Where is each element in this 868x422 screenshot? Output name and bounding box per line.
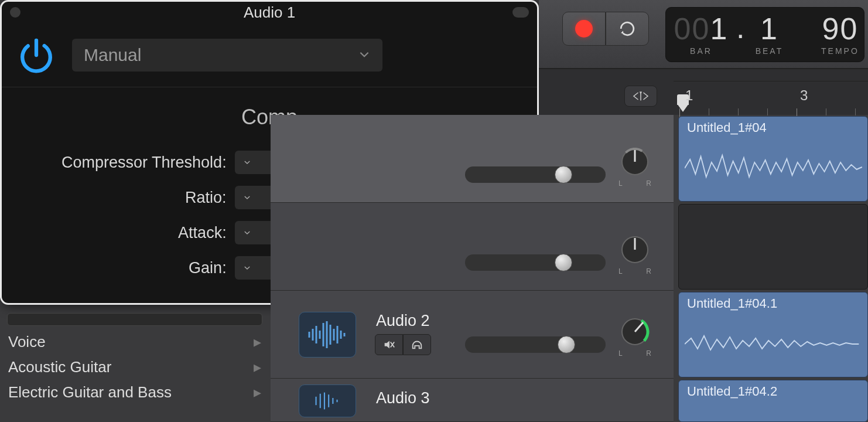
region-waveform <box>685 321 867 367</box>
param-label: Ratio: <box>18 189 235 207</box>
waveform-icon <box>306 320 349 349</box>
pan-l-label: L <box>618 349 623 358</box>
bar-value[interactable]: 1 <box>710 12 728 46</box>
stepper-down-button[interactable] <box>235 221 259 244</box>
track-name[interactable]: Audio 2 <box>376 312 430 330</box>
tempo-label: TEMPO <box>814 46 866 56</box>
track-headers: LR LR Audio 2 <box>271 115 674 422</box>
browser-item-electric-guitar[interactable]: Electric Guitar and Bass ▸ <box>0 380 269 405</box>
chevron-right-icon: ▸ <box>254 333 261 351</box>
bar-label: BAR <box>666 46 736 56</box>
stepper-down-button[interactable] <box>235 186 259 209</box>
stepper-down-button[interactable] <box>235 151 259 174</box>
tempo-value[interactable]: 90 <box>814 13 866 44</box>
track-header-2[interactable]: LR <box>271 203 674 291</box>
pan-l-label: L <box>618 267 623 275</box>
plugin-toolbar: Manual <box>2 23 537 87</box>
param-label: Compressor Threshold: <box>18 154 235 172</box>
track-header-1[interactable]: LR <box>271 115 674 203</box>
transport-buttons <box>562 12 649 46</box>
headphones-icon <box>411 338 423 351</box>
beat-value[interactable]: 1 <box>746 13 792 44</box>
playhead[interactable] <box>677 104 689 112</box>
beat-label: BEAT <box>746 46 792 56</box>
mute-icon <box>382 338 395 351</box>
pan-knob[interactable] <box>618 315 651 348</box>
preset-dropdown[interactable]: Manual <box>72 39 382 72</box>
region-name: Untitled_1#04 <box>679 117 867 139</box>
volume-slider[interactable] <box>465 254 606 271</box>
track-icon[interactable] <box>299 312 356 358</box>
window-pill[interactable] <box>512 7 529 18</box>
pan-knob[interactable] <box>618 145 651 178</box>
catch-playhead-button[interactable] <box>624 86 657 107</box>
mute-button[interactable] <box>375 334 403 355</box>
record-icon <box>575 20 593 38</box>
param-label: Attack: <box>18 224 235 242</box>
empty-region-slot[interactable] <box>678 204 868 290</box>
ruler-mark-3: 3 <box>800 87 808 104</box>
volume-thumb[interactable] <box>555 254 572 271</box>
plugin-title: Audio 1 <box>244 4 295 22</box>
browser-item-voice[interactable]: Voice ▸ <box>0 329 269 355</box>
chevron-down-icon <box>358 45 371 65</box>
browser-item-label: Acoustic Guitar <box>8 358 111 376</box>
volume-slider[interactable] <box>465 166 606 183</box>
region-name: Untitled_1#04.1 <box>679 292 867 315</box>
audio-region-2[interactable]: Untitled_1#04.1 <box>678 292 868 377</box>
track-icon[interactable] <box>299 384 356 417</box>
transport-bar: 001 BAR . 1 BEAT 90 TEMPO <box>539 0 868 69</box>
waveform-icon <box>310 390 345 411</box>
track-name[interactable]: Audio 3 <box>376 389 430 407</box>
lcd-display: 001 BAR . 1 BEAT 90 TEMPO <box>665 7 864 62</box>
region-waveform <box>685 145 867 192</box>
solo-button[interactable] <box>403 334 431 355</box>
pan-r-label: R <box>646 179 651 188</box>
browser-item-acoustic-guitar[interactable]: Acoustic Guitar ▸ <box>0 355 269 380</box>
timeline-ruler[interactable]: 1 3 <box>539 69 868 115</box>
library-browser: Voice ▸ Acoustic Guitar ▸ Electric Guita… <box>0 308 269 422</box>
volume-slider[interactable] <box>465 336 606 353</box>
record-button[interactable] <box>562 12 606 46</box>
audio-region-1[interactable]: Untitled_1#04 <box>678 116 868 202</box>
audio-region-3[interactable]: Untitled_1#04.2 <box>678 380 868 422</box>
cycle-button[interactable] <box>606 12 649 46</box>
bar-prefix: 00 <box>674 12 710 46</box>
volume-thumb[interactable] <box>558 336 575 353</box>
window-close-dot[interactable] <box>10 7 20 18</box>
track-header-4[interactable]: Audio 3 <box>271 379 674 422</box>
power-icon <box>16 35 57 76</box>
browser-item-label: Voice <box>8 333 46 351</box>
catch-icon <box>632 90 650 102</box>
plugin-power-button[interactable] <box>13 32 59 78</box>
volume-thumb[interactable] <box>555 166 572 183</box>
ruler-scale: 1 3 <box>674 81 868 115</box>
chevron-right-icon: ▸ <box>254 383 261 401</box>
preset-name: Manual <box>84 45 141 65</box>
pan-r-label: R <box>646 349 651 358</box>
track-header-3[interactable]: Audio 2 LR <box>271 291 674 379</box>
param-label: Gain: <box>18 259 235 277</box>
ruler-mark-1: 1 <box>685 87 693 104</box>
pan-l-label: L <box>618 179 623 188</box>
plugin-titlebar: Audio 1 <box>2 2 537 23</box>
browser-item-label: Electric Guitar and Bass <box>8 383 172 401</box>
pan-r-label: R <box>646 267 651 275</box>
library-search-input[interactable] <box>7 313 262 326</box>
chevron-right-icon: ▸ <box>254 358 261 376</box>
cycle-icon <box>617 18 638 39</box>
pan-knob[interactable] <box>618 233 651 266</box>
arrangement-area[interactable]: Untitled_1#04 Untitled_1#04.1 Untitled_1… <box>674 115 868 422</box>
stepper-down-button[interactable] <box>235 256 259 280</box>
region-name: Untitled_1#04.2 <box>679 380 867 403</box>
